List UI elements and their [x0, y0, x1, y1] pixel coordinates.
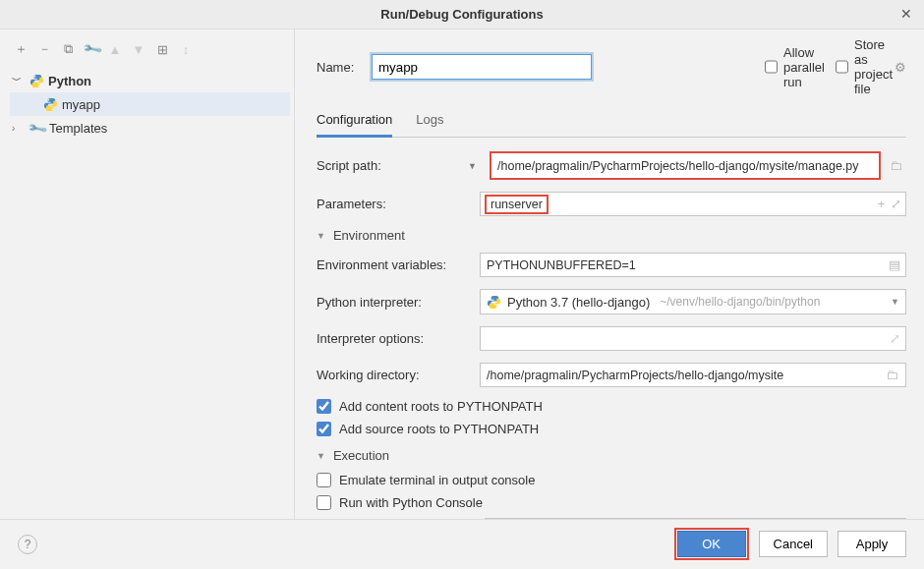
store-file-check[interactable]: Store as project file — [836, 37, 889, 96]
ok-highlight: OK — [674, 528, 749, 560]
content-roots-label: Add content roots to PYTHONPATH — [339, 399, 543, 414]
copy-icon[interactable]: ⧉ — [61, 41, 75, 57]
emulate-term-label: Emulate terminal in output console — [339, 473, 535, 487]
sort-icon[interactable]: ↕ — [179, 42, 193, 57]
left-panel: ＋ － ⧉ 🔧 ▲ ▼ ⊞ ↕ ﹀ Python myapp › 🔧 Templ… — [0, 29, 295, 519]
tree-node-templates[interactable]: › 🔧 Templates — [10, 116, 290, 140]
up-icon[interactable]: ▲ — [108, 42, 122, 57]
chevron-down-icon: ▼ — [891, 297, 899, 307]
chevron-down-icon[interactable]: ▼ — [468, 161, 480, 171]
source-roots-checkbox[interactable] — [317, 422, 331, 436]
content-area: ＋ － ⧉ 🔧 ▲ ▼ ⊞ ↕ ﹀ Python myapp › 🔧 Templ… — [0, 29, 924, 519]
content-roots-checkbox[interactable] — [317, 399, 331, 414]
interpreter-select[interactable]: Python 3.7 (hello-django) ~/venv/hello-d… — [480, 289, 906, 314]
window-title: Run/Debug Configurations — [380, 7, 543, 22]
browse-icon[interactable]: 🗀 — [885, 155, 906, 177]
expand-icon[interactable]: ⤢ — [891, 197, 901, 211]
python-icon — [487, 295, 501, 310]
emulate-term-checkbox[interactable] — [317, 473, 331, 487]
name-input[interactable] — [372, 54, 592, 80]
list-icon[interactable]: ▤ — [889, 257, 900, 272]
svg-point-0 — [34, 76, 36, 78]
footer: ? OK Cancel Apply — [0, 519, 924, 568]
parameters-label: Parameters: — [317, 197, 480, 211]
tabs: Configuration Logs — [317, 106, 906, 138]
help-icon[interactable]: ? — [18, 535, 37, 554]
name-highlight — [370, 52, 594, 82]
execution-header[interactable]: ▼ Execution — [317, 448, 906, 463]
folder-icon[interactable]: ⊞ — [155, 42, 169, 57]
expand-icon[interactable]: ⤢ — [890, 331, 900, 346]
name-label: Name: — [317, 60, 370, 75]
env-vars-input[interactable] — [480, 253, 906, 277]
tree-node-myapp[interactable]: myapp — [10, 92, 290, 116]
ok-button[interactable]: OK — [677, 531, 746, 557]
cancel-button[interactable]: Cancel — [759, 531, 828, 557]
interpreter-label: Python interpreter: — [317, 295, 480, 310]
run-console-checkbox[interactable] — [317, 495, 331, 510]
chevron-right-icon: › — [12, 123, 26, 134]
redirect-input-field — [485, 518, 906, 519]
script-path-input[interactable] — [491, 153, 879, 178]
wrench-icon: 🔧 — [29, 121, 45, 136]
workdir-label: Working directory: — [317, 368, 480, 382]
config-toolbar: ＋ － ⧉ 🔧 ▲ ▼ ⊞ ↕ — [10, 35, 290, 63]
browse-icon[interactable]: 🗀 — [881, 365, 902, 386]
tree-label-python: Python — [48, 74, 91, 88]
python-icon — [43, 97, 58, 112]
python-icon — [29, 74, 44, 88]
chevron-down-icon: ▼ — [317, 451, 325, 461]
remove-icon[interactable]: － — [37, 40, 51, 58]
script-path-label: Script path: — [317, 158, 468, 173]
interp-opts-input[interactable] — [480, 326, 906, 351]
config-tree: ﹀ Python myapp › 🔧 Templates — [10, 69, 290, 140]
script-highlight — [490, 151, 881, 180]
svg-point-1 — [38, 85, 40, 86]
plus-icon[interactable]: + — [878, 198, 885, 211]
source-roots-label: Add source roots to PYTHONPATH — [339, 422, 539, 436]
add-icon[interactable]: ＋ — [14, 40, 28, 58]
param-highlight: runserver — [485, 195, 549, 214]
chevron-down-icon: ▼ — [317, 231, 325, 241]
tree-node-python[interactable]: ﹀ Python — [10, 69, 290, 92]
tab-configuration[interactable]: Configuration — [317, 106, 392, 138]
tree-label-templates: Templates — [49, 121, 107, 136]
environment-header[interactable]: ▼ Environment — [317, 228, 906, 243]
env-vars-label: Environment variables: — [317, 257, 480, 272]
close-icon[interactable]: ✕ — [900, 6, 912, 22]
store-file-checkbox[interactable] — [836, 60, 848, 74]
tab-logs[interactable]: Logs — [416, 106, 443, 137]
svg-point-2 — [48, 99, 50, 101]
interp-opts-label: Interpreter options: — [317, 331, 480, 346]
gear-icon[interactable]: ⚙ — [895, 60, 906, 75]
allow-parallel-checkbox[interactable] — [765, 60, 778, 74]
down-icon[interactable]: ▼ — [132, 42, 145, 57]
parameters-input[interactable]: runserver + ⤢ — [480, 192, 906, 216]
svg-point-3 — [52, 108, 54, 110]
run-console-label: Run with Python Console — [339, 495, 483, 510]
allow-parallel-check[interactable]: Allow parallel run — [765, 45, 818, 89]
workdir-input[interactable] — [480, 363, 906, 387]
titlebar: Run/Debug Configurations ✕ — [0, 0, 924, 29]
chevron-down-icon: ﹀ — [12, 74, 26, 87]
right-panel: Name: Allow parallel run Store as projec… — [295, 29, 924, 519]
tree-label-myapp: myapp — [62, 97, 100, 112]
wrench-icon[interactable]: 🔧 — [85, 42, 98, 57]
apply-button[interactable]: Apply — [837, 531, 906, 557]
